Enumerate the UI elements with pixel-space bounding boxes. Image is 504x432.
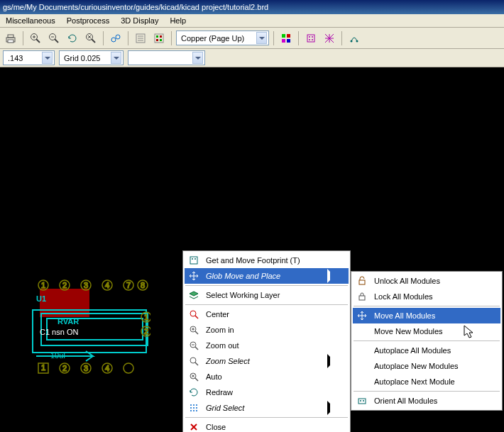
menu-bar: Miscellaneous Postprocess 3D Display Hel… bbox=[0, 14, 504, 28]
ctx-zoom-out[interactable]: Zoom out bbox=[185, 338, 349, 353]
sub-autoplace-all[interactable]: Autoplace All Modules bbox=[353, 343, 500, 358]
menu-help[interactable]: Help bbox=[164, 15, 192, 26]
separator bbox=[273, 31, 274, 45]
menu-3d-display[interactable]: 3D Display bbox=[115, 15, 164, 26]
menu-item-label: Unlock All Modules bbox=[374, 277, 485, 285]
redraw-icon bbox=[187, 386, 200, 399]
context-menu: Get and Move Footprint (T) Glob Move and… bbox=[182, 250, 351, 432]
sub-move-all[interactable]: Move All Modules bbox=[353, 308, 500, 323]
submenu-arrow-icon bbox=[327, 404, 333, 412]
menu-item-label: Autoplace New Modules bbox=[374, 362, 485, 370]
sub-unlock-all[interactable]: Unlock All Modules bbox=[353, 273, 500, 289]
svg-point-39 bbox=[356, 40, 358, 42]
menu-item-label: Orient All Modules bbox=[374, 397, 485, 405]
svg-line-84 bbox=[195, 378, 198, 381]
ctx-redraw[interactable]: Redraw bbox=[185, 384, 349, 400]
refresh-icon[interactable] bbox=[65, 31, 80, 46]
ratsnest-icon[interactable] bbox=[322, 31, 337, 46]
layer-dropdown[interactable]: Copper (Page Up) bbox=[176, 31, 269, 45]
zoom-auto-icon bbox=[187, 370, 200, 383]
svg-text:4: 4 bbox=[105, 364, 109, 372]
svg-point-33 bbox=[312, 39, 313, 40]
zoom-out-icon[interactable] bbox=[46, 31, 62, 46]
ctx-zoom-in[interactable]: Zoom in bbox=[185, 322, 349, 338]
svg-point-65 bbox=[141, 312, 150, 322]
svg-point-50 bbox=[102, 280, 112, 290]
svg-point-87 bbox=[190, 404, 192, 406]
drc-icon[interactable] bbox=[151, 31, 167, 46]
menu-item-label: Close bbox=[206, 423, 333, 431]
sub-move-new[interactable]: Move New Modules bbox=[353, 323, 500, 339]
svg-point-70 bbox=[192, 258, 193, 260]
svg-line-8 bbox=[55, 39, 58, 43]
svg-point-72 bbox=[190, 311, 196, 316]
svg-rect-1 bbox=[8, 35, 13, 38]
svg-text:2: 2 bbox=[144, 327, 148, 336]
svg-text:7: 7 bbox=[126, 281, 131, 289]
ctx-zoom-select[interactable]: Zoom Select bbox=[185, 353, 349, 369]
menu-item-label: Lock All Modules bbox=[374, 292, 485, 301]
pcb-label-cap: 10uF bbox=[50, 351, 68, 360]
zoom-fit-icon[interactable] bbox=[83, 31, 99, 46]
svg-text:4: 4 bbox=[105, 281, 109, 289]
svg-rect-40 bbox=[40, 289, 89, 317]
coord-dropdown[interactable]: .143 bbox=[3, 50, 55, 65]
menu-postprocess[interactable]: Postprocess bbox=[61, 15, 116, 26]
sub-autoplace-new[interactable]: Autoplace New Modules bbox=[353, 358, 500, 374]
svg-rect-21 bbox=[156, 35, 158, 38]
coord-value: .143 bbox=[5, 54, 42, 62]
chevron-down-icon bbox=[256, 32, 267, 44]
menu-misc[interactable]: Miscellaneous bbox=[0, 15, 61, 26]
menu-item-label: Grid Select bbox=[206, 404, 322, 412]
ctx-glob-move-place[interactable]: Glob Move and Place bbox=[185, 268, 349, 284]
sub-orient-all[interactable]: Orient All Modules bbox=[353, 393, 500, 409]
svg-point-44 bbox=[38, 280, 48, 290]
ctx-auto[interactable]: Auto bbox=[185, 369, 349, 384]
lock-icon bbox=[356, 290, 368, 303]
svg-point-95 bbox=[196, 410, 197, 411]
zoom-select-icon bbox=[187, 355, 200, 367]
ctx-get-move-footprint[interactable]: Get and Move Footprint (T) bbox=[185, 253, 349, 268]
module-icon[interactable] bbox=[303, 31, 319, 46]
sub-autoplace-next[interactable]: Autoplace Next Module bbox=[353, 374, 500, 389]
pcb-canvas[interactable]: 1 2 3 4 7 8 1 2 3 4 1 2 U1 RVAR C1 nsn O… bbox=[0, 67, 504, 432]
layer-dropdown-value: Copper (Page Up) bbox=[178, 34, 256, 43]
zoom-dropdown[interactable] bbox=[128, 50, 205, 65]
svg-point-32 bbox=[309, 39, 310, 40]
ctx-close[interactable]: Close bbox=[185, 419, 349, 432]
separator bbox=[341, 31, 342, 45]
svg-point-81 bbox=[190, 358, 196, 363]
chevron-down-icon bbox=[192, 52, 203, 64]
svg-point-52 bbox=[124, 280, 133, 290]
sub-lock-all[interactable]: Lock All Modules bbox=[353, 289, 500, 304]
menu-item-label: Redraw bbox=[206, 388, 333, 397]
zoom-in-icon bbox=[187, 323, 200, 336]
svg-line-11 bbox=[92, 39, 95, 43]
svg-text:2: 2 bbox=[62, 281, 67, 289]
separator bbox=[23, 31, 23, 45]
separator bbox=[171, 31, 172, 45]
ctx-select-working-layer[interactable]: Select Working Layer bbox=[185, 287, 349, 303]
ctx-grid-select[interactable]: Grid Select bbox=[185, 400, 349, 416]
menu-item-label: Auto bbox=[206, 372, 333, 381]
menu-item-label: Select Working Layer bbox=[206, 291, 333, 299]
print-icon[interactable] bbox=[3, 31, 18, 46]
svg-text:2: 2 bbox=[62, 364, 67, 372]
layers-icon[interactable] bbox=[278, 31, 294, 46]
svg-point-71 bbox=[195, 258, 196, 260]
zoom-in-icon[interactable] bbox=[28, 31, 43, 46]
ctx-center[interactable]: Center bbox=[185, 306, 349, 322]
svg-point-94 bbox=[193, 410, 195, 411]
svg-point-88 bbox=[193, 404, 195, 406]
blank-icon bbox=[356, 344, 368, 357]
netlist-icon[interactable] bbox=[133, 31, 148, 46]
find-icon[interactable] bbox=[108, 31, 124, 46]
svg-rect-27 bbox=[282, 39, 285, 43]
svg-point-102 bbox=[363, 400, 364, 401]
grid-dropdown[interactable]: Grid 0.025 bbox=[59, 50, 124, 65]
svg-point-60 bbox=[81, 363, 91, 373]
menu-item-label: Zoom Select bbox=[206, 357, 322, 365]
svg-point-93 bbox=[190, 410, 192, 411]
autoplace-icon[interactable] bbox=[346, 31, 362, 46]
svg-text:1: 1 bbox=[144, 313, 148, 321]
